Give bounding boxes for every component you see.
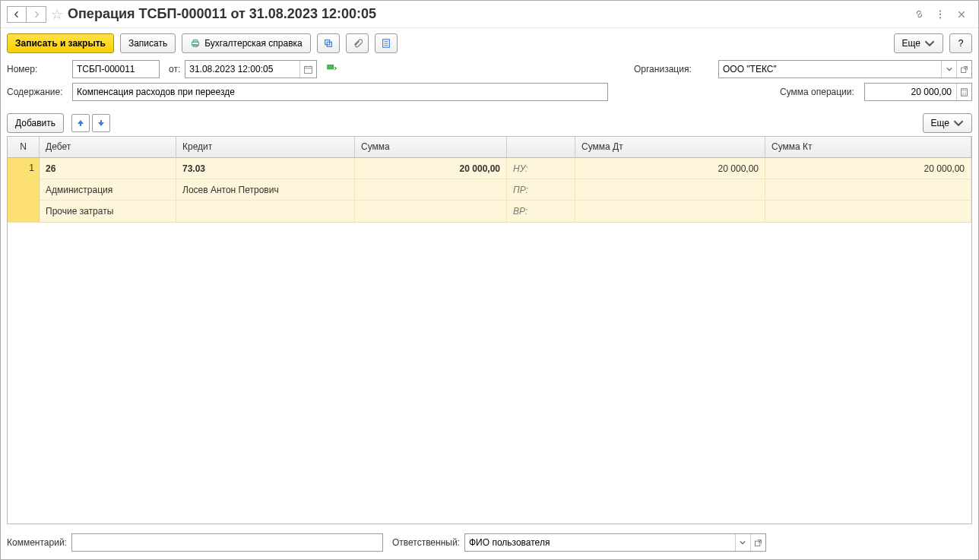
- col-header-sumdt[interactable]: Сумма Дт: [575, 137, 765, 157]
- attachments-button[interactable]: [346, 33, 369, 53]
- organization-input[interactable]: [719, 61, 941, 78]
- col-header-sumkt[interactable]: Сумма Кт: [765, 137, 971, 157]
- comment-input[interactable]: [71, 533, 383, 552]
- cell[interactable]: ПР:: [507, 179, 575, 200]
- table-body: 12673.0320 000,00НУ:20 000,0020 000,00Ад…: [8, 158, 971, 524]
- svg-point-1: [939, 13, 941, 14]
- svg-point-23: [965, 94, 965, 95]
- nav-forward-button[interactable]: [27, 6, 46, 23]
- link-icon[interactable]: [912, 8, 926, 21]
- cell[interactable]: 73.03: [176, 158, 355, 179]
- svg-point-2: [939, 17, 941, 18]
- arrow-up-icon: [76, 119, 85, 128]
- arrow-left-icon: [12, 10, 21, 19]
- table-header: N Дебет Кредит Сумма Сумма Дт Сумма Кт: [8, 137, 971, 158]
- organization-label: Организация:: [634, 64, 714, 74]
- cell[interactable]: [765, 201, 971, 222]
- close-icon[interactable]: [955, 8, 968, 21]
- accounting-report-label: Бухгалтерская справка: [204, 38, 303, 49]
- paperclip-icon: [352, 38, 363, 49]
- accounting-report-button[interactable]: Бухгалтерская справка: [182, 33, 311, 53]
- save-and-close-button[interactable]: Записать и закрыть: [7, 33, 114, 53]
- cell[interactable]: 20 000,00: [575, 158, 765, 179]
- table-more-button[interactable]: Еще: [923, 113, 972, 133]
- help-button[interactable]: ?: [949, 33, 972, 53]
- calendar-icon: [303, 65, 313, 74]
- external-icon: [960, 65, 968, 74]
- content-label: Содержание:: [7, 87, 68, 97]
- chevron-down-icon: [946, 67, 952, 71]
- calculator-icon: [960, 88, 968, 96]
- calendar-button[interactable]: [299, 61, 316, 78]
- responsible-open-button[interactable]: [750, 534, 765, 551]
- organization-dropdown-button[interactable]: [941, 61, 956, 78]
- date-input[interactable]: [185, 61, 299, 78]
- arrow-down-icon: [97, 119, 106, 128]
- calculator-button[interactable]: [956, 84, 971, 100]
- cell[interactable]: НУ:: [507, 158, 575, 179]
- add-row-button[interactable]: Добавить: [7, 113, 64, 133]
- save-button[interactable]: Записать: [120, 33, 176, 53]
- flag-icon[interactable]: [326, 63, 337, 76]
- svg-rect-19: [962, 89, 966, 90]
- external-icon: [754, 539, 762, 547]
- col-header-sum[interactable]: Сумма: [355, 137, 507, 157]
- cell[interactable]: [355, 201, 507, 222]
- cell[interactable]: [575, 179, 765, 200]
- chevron-down-icon: [740, 540, 746, 545]
- cell[interactable]: 26: [40, 158, 176, 179]
- organization-select[interactable]: [718, 60, 972, 78]
- more-label: Еще: [902, 38, 920, 49]
- comment-label: Комментарий:: [7, 537, 67, 548]
- col-header-tag[interactable]: [507, 137, 575, 157]
- responsible-input[interactable]: [465, 534, 735, 551]
- date-field[interactable]: [185, 60, 317, 78]
- svg-point-20: [962, 92, 963, 93]
- cell[interactable]: [765, 179, 971, 200]
- svg-point-22: [962, 94, 963, 95]
- page-title: Операция ТСБП-000011 от 31.08.2023 12:00…: [68, 6, 908, 22]
- content-input[interactable]: [72, 83, 608, 101]
- col-header-credit[interactable]: Кредит: [176, 137, 355, 157]
- more-menu-button[interactable]: Еще: [894, 33, 943, 53]
- col-header-n[interactable]: N: [8, 137, 40, 157]
- cell[interactable]: ВР:: [507, 201, 575, 222]
- move-up-button[interactable]: [71, 114, 90, 132]
- list-icon: [381, 38, 391, 49]
- cell[interactable]: [176, 201, 355, 222]
- cell[interactable]: [355, 179, 507, 200]
- organization-open-button[interactable]: [956, 61, 971, 78]
- operation-sum-field[interactable]: [864, 83, 972, 101]
- svg-point-0: [939, 10, 941, 11]
- cell[interactable]: Администрация: [40, 179, 176, 200]
- responsible-select[interactable]: [464, 533, 766, 552]
- chevron-down-icon: [924, 38, 935, 49]
- operation-sum-input[interactable]: [865, 84, 956, 100]
- number-label: Номер:: [7, 64, 68, 74]
- copy-icon: [323, 38, 334, 49]
- chevron-down-icon: [953, 118, 964, 128]
- cell[interactable]: Прочие затраты: [40, 201, 176, 222]
- favorite-star-icon[interactable]: ☆: [51, 6, 63, 23]
- copy-button[interactable]: [317, 33, 340, 53]
- table-more-label: Еще: [931, 118, 949, 128]
- svg-rect-4: [194, 40, 198, 43]
- svg-rect-16: [328, 65, 334, 68]
- cell[interactable]: [575, 201, 765, 222]
- responsible-dropdown-button[interactable]: [735, 534, 750, 551]
- col-header-debit[interactable]: Дебет: [40, 137, 176, 157]
- nav-back-button[interactable]: [7, 6, 27, 23]
- move-down-button[interactable]: [92, 114, 110, 132]
- number-input[interactable]: [72, 60, 160, 78]
- table-row[interactable]: 12673.0320 000,00НУ:20 000,0020 000,00Ад…: [8, 158, 971, 223]
- svg-point-21: [965, 92, 965, 93]
- operation-sum-label: Сумма операции:: [780, 87, 860, 97]
- kebab-menu-icon[interactable]: [933, 8, 947, 21]
- cell[interactable]: 20 000,00: [355, 158, 507, 179]
- registers-button[interactable]: [375, 33, 398, 53]
- row-number: 1: [8, 158, 40, 222]
- cell[interactable]: 20 000,00: [765, 158, 971, 179]
- printer-icon: [190, 38, 201, 49]
- svg-rect-12: [305, 66, 312, 73]
- cell[interactable]: Лосев Антон Петрович: [176, 179, 355, 200]
